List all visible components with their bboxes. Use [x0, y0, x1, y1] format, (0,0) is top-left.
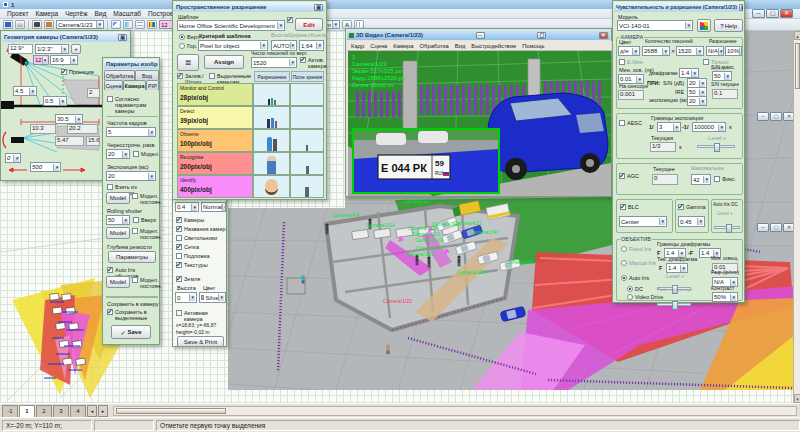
sensitivity-titlebar[interactable]: Чувствительность и разрешение (Camera/1/… [614, 2, 743, 12]
close-icon[interactable]: ▣ [739, 4, 743, 11]
table-row[interactable]: Monitor and Control28pix/obj [177, 83, 324, 106]
menu-project[interactable]: Проект [4, 10, 31, 17]
save-icon[interactable] [3, 20, 13, 29]
manual-iris-radio[interactable]: Manual Iris [621, 260, 656, 266]
menu-performance[interactable]: Быстродействие [471, 43, 516, 49]
scrollbar-thumb[interactable] [116, 408, 226, 414]
projection-checkbox[interactable]: Проекция [61, 69, 94, 75]
image-params-titlebar[interactable]: Параметры изобра...✕ [104, 59, 158, 69]
model-const-checkbox[interactable]: Модел. постоян. [132, 193, 160, 205]
model-button[interactable]: Model [106, 276, 130, 288]
menu-view[interactable]: Вид [455, 43, 466, 49]
camera-list-icon[interactable] [44, 20, 54, 29]
camera-geometry-titlebar[interactable]: Геометрия камеры (Camera/1/23)▣ [2, 32, 129, 42]
close-icon[interactable]: ▣ [118, 34, 127, 41]
exposure-min-select[interactable]: 3 [657, 122, 681, 132]
rolling-shutter-select[interactable]: 50 [106, 215, 130, 225]
model-select[interactable]: VCI-140-01 [617, 20, 693, 31]
pixels-vert-select[interactable]: 1520 [251, 57, 297, 68]
current-aperture-select[interactable]: 1.4 [666, 263, 688, 273]
table-row[interactable]: Observe100pix/obj [177, 129, 324, 152]
show-lights-checkbox[interactable]: Светильники [176, 235, 217, 241]
add-camera-icon[interactable] [32, 20, 42, 29]
menu-drawing[interactable]: Чертёж [62, 10, 90, 17]
sheet-tab-active[interactable]: 1 [19, 405, 35, 417]
menu-view[interactable]: Вид [92, 10, 110, 17]
aspect-select[interactable]: 16:9 [50, 55, 78, 65]
tab-scene[interactable]: Сцена [104, 80, 123, 90]
tab-next-icon[interactable]: ▸ [98, 405, 108, 417]
exposure-select[interactable]: 20 [687, 96, 707, 106]
near-distance-select[interactable]: 0.5 [43, 96, 67, 106]
show-cameras-checkbox[interactable]: Камеры [176, 217, 204, 223]
sheet-tab[interactable]: 4 [70, 405, 86, 417]
camera-height-select[interactable]: 4.5 [13, 86, 37, 96]
ground-color-select[interactable]: Silve [199, 292, 226, 303]
tab-view[interactable]: Вид [135, 70, 159, 80]
video-drive-radio[interactable]: Video Drive [627, 294, 663, 300]
agc-max-select[interactable]: 42 [691, 174, 711, 185]
peak-average-slider[interactable] [657, 303, 691, 306]
save-print-button[interactable]: Save & Print [177, 336, 224, 347]
horizontal-scrollbar[interactable] [113, 406, 797, 416]
emin-checkbox[interactable]: Е:Мин [619, 59, 643, 65]
tvl-select[interactable]: N/A [706, 46, 724, 56]
model-button[interactable]: Model [106, 227, 130, 239]
show-grid-checkbox[interactable]: Сетка [176, 244, 199, 250]
menu-processing[interactable]: Обработка [420, 43, 449, 49]
menu-camera[interactable]: Камера [393, 43, 413, 49]
color-mode-select[interactable]: д/н [618, 46, 640, 56]
tilt-select[interactable]: 0 [5, 153, 21, 163]
maximize-icon[interactable]: ▢ [537, 32, 546, 39]
scrollbar-thumb[interactable] [795, 43, 800, 89]
active-camera-checkbox[interactable]: Активная камера [176, 310, 226, 322]
exposure-level-slider[interactable] [697, 145, 735, 148]
dc-radio[interactable]: DC [627, 286, 643, 292]
mdi-restore-button[interactable]: ▢ [770, 223, 782, 232]
scroll-down-icon[interactable]: ▾ [794, 394, 800, 403]
exposure-select[interactable]: 20 [106, 171, 156, 181]
scroll-up-icon[interactable]: ▴ [794, 31, 800, 40]
agc-fix-checkbox[interactable]: Фикс. [714, 176, 736, 182]
framerate-select[interactable]: 5 [106, 127, 156, 137]
model-button[interactable]: Model [106, 192, 130, 204]
save-selected-checkbox[interactable]: Сохранить в выделенные [107, 309, 157, 321]
tab-pip[interactable]: PIP [146, 80, 159, 90]
contrast-select[interactable]: 50% [712, 292, 738, 302]
minimize-button[interactable]: ─ [752, 9, 765, 18]
model-const-checkbox[interactable]: Модел. постоян. [132, 228, 160, 240]
palette-icon[interactable] [697, 19, 711, 32]
fov-angle-field[interactable]: 12.9° [8, 44, 33, 54]
assign-button[interactable]: Assign [204, 55, 244, 69]
help-button[interactable]: ?Help [714, 19, 743, 32]
spatial-resolution-titlebar[interactable]: Пространственное разрешение▣ [174, 2, 325, 12]
table-row[interactable]: Identify400pix/obj [177, 175, 324, 198]
layers-tool-icon[interactable] [135, 20, 145, 29]
dof-params-button[interactable]: Параметры [108, 251, 156, 263]
pixels-width-select[interactable]: 2688 [642, 46, 670, 56]
mdi-restore-button[interactable]: ▢ [770, 112, 782, 121]
gamma-checkbox[interactable]: Gamma [678, 204, 706, 210]
close-icon[interactable]: ✕ [599, 32, 608, 39]
minimize-icon[interactable]: ─ [476, 32, 485, 39]
menu-scene[interactable]: Сцена [370, 43, 387, 49]
active-camera-checkbox[interactable]: Актив. камера [300, 57, 324, 69]
gamma-select[interactable]: 0.45 [678, 216, 705, 227]
ground-height-select[interactable]: 0 [175, 292, 197, 303]
sheet-tab[interactable]: 3 [53, 405, 69, 417]
mdi-minimize-button[interactable]: ─ [757, 223, 769, 232]
palette-tool-icon[interactable] [147, 20, 157, 29]
blc-checkbox[interactable]: BLC [620, 204, 639, 210]
sheet-tab[interactable]: -1 [2, 405, 18, 417]
fixed-iris-radio[interactable]: Fixed Iris [621, 246, 651, 252]
pan-select[interactable]: 500 [30, 162, 61, 172]
table-row[interactable]: Recognise200pix/obj [177, 152, 324, 175]
max-distance-select[interactable]: 30.5 [55, 114, 83, 124]
close-button[interactable]: ✕ [780, 9, 793, 18]
sensor-format-select[interactable]: 1/2.3" [35, 44, 69, 54]
menu-frame[interactable]: Кадр [351, 43, 364, 49]
add-button[interactable]: + [71, 44, 81, 54]
agc-checkbox[interactable]: AGC [619, 173, 639, 179]
edit-button[interactable]: Edit [295, 18, 323, 31]
focal-select[interactable]: 12 [33, 55, 49, 65]
